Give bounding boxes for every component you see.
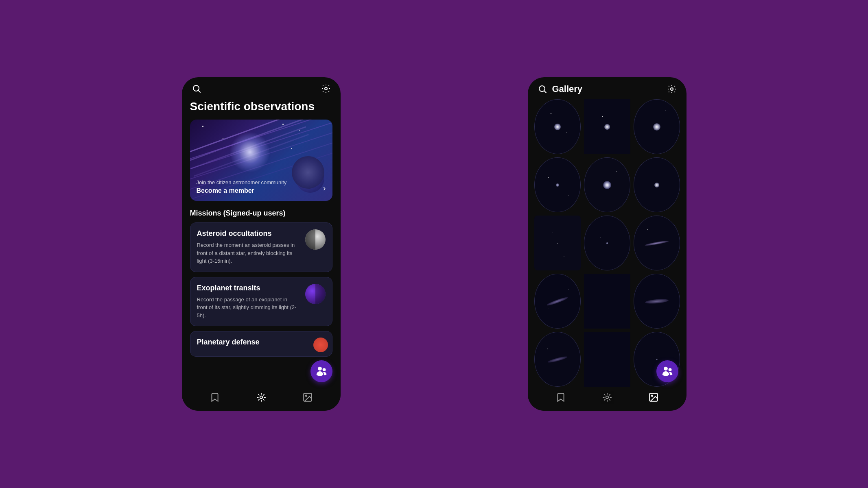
gallery-item-7[interactable] bbox=[534, 216, 581, 270]
nav-science-right[interactable] bbox=[602, 392, 612, 403]
gallery-item-11[interactable] bbox=[584, 274, 630, 329]
left-screen-header bbox=[182, 77, 341, 97]
telescope-fab-right[interactable] bbox=[656, 360, 678, 382]
exoplanet-icon bbox=[305, 284, 326, 304]
gallery-title: Gallery bbox=[552, 84, 583, 94]
svg-line-1 bbox=[198, 91, 200, 93]
gallery-item-12[interactable] bbox=[634, 274, 680, 329]
nav-bookmarks-right[interactable] bbox=[555, 392, 566, 403]
gallery-item-2[interactable] bbox=[584, 99, 630, 154]
asteroid-icon bbox=[305, 229, 326, 250]
gallery-header: Gallery bbox=[528, 77, 687, 99]
telescope-fab-left[interactable] bbox=[310, 360, 332, 382]
left-screen-content: Scientific observations bbox=[182, 97, 341, 387]
gallery-item-6[interactable] bbox=[634, 157, 680, 212]
gallery-item-8[interactable] bbox=[584, 216, 630, 270]
asteroid-occultations-card[interactable]: Asteroid occultations Record the moment … bbox=[190, 222, 332, 272]
asteroid-card-content: Asteroid occultations Record the moment … bbox=[197, 229, 305, 265]
right-phone-screen: Gallery bbox=[528, 77, 687, 411]
left-phone-screen: Scientific observations bbox=[182, 77, 341, 411]
nav-gallery-left[interactable] bbox=[302, 392, 313, 403]
gallery-item-9[interactable] bbox=[634, 216, 680, 270]
exoplanet-title: Exoplanet transits bbox=[197, 284, 299, 292]
planetary-defense-title: Planetary defense bbox=[197, 338, 326, 346]
search-icon[interactable] bbox=[192, 84, 201, 94]
gallery-item-5[interactable] bbox=[584, 157, 630, 212]
svg-point-11 bbox=[651, 395, 652, 396]
settings-icon-right[interactable] bbox=[667, 84, 677, 94]
exoplanet-card-content: Exoplanet transits Record the passage of… bbox=[197, 284, 305, 320]
svg-point-8 bbox=[671, 88, 673, 90]
hero-subtitle: Join the citizen astronomer community bbox=[197, 179, 312, 185]
gallery-item-10[interactable] bbox=[534, 274, 581, 329]
exoplanet-transits-card[interactable]: Exoplanet transits Record the passage of… bbox=[190, 277, 332, 327]
hero-cta: Become a member bbox=[197, 187, 312, 194]
gallery-item-3[interactable] bbox=[634, 99, 680, 154]
svg-point-2 bbox=[325, 87, 327, 90]
nav-science-left[interactable] bbox=[256, 392, 267, 403]
hero-text: Join the citizen astronomer community Be… bbox=[197, 179, 312, 194]
gallery-item-4[interactable] bbox=[534, 157, 581, 212]
missions-section-title: Missions (Signed-up users) bbox=[190, 209, 332, 218]
search-icon-right[interactable] bbox=[538, 84, 547, 94]
page-title: Scientific observations bbox=[190, 100, 332, 113]
planetary-defense-card[interactable]: Planetary defense bbox=[190, 331, 332, 357]
exoplanet-desc: Record the passage of an exoplanet in fr… bbox=[197, 296, 299, 320]
right-bottom-nav bbox=[528, 387, 687, 411]
settings-icon[interactable] bbox=[321, 84, 331, 94]
left-bottom-nav bbox=[182, 387, 341, 411]
svg-point-3 bbox=[260, 396, 262, 399]
svg-point-5 bbox=[305, 395, 306, 396]
hero-banner[interactable]: Join the citizen astronomer community Be… bbox=[190, 120, 332, 201]
gallery-grid bbox=[528, 99, 687, 387]
nav-bookmarks-left[interactable] bbox=[210, 392, 220, 403]
asteroid-desc: Record the moment an asteroid passes in … bbox=[197, 241, 299, 265]
gallery-item-13[interactable] bbox=[534, 332, 581, 387]
gallery-item-14[interactable] bbox=[584, 332, 630, 387]
gallery-item-1[interactable] bbox=[534, 99, 581, 154]
nav-gallery-right[interactable] bbox=[648, 392, 659, 403]
asteroid-title: Asteroid occultations bbox=[197, 229, 299, 238]
hero-arrow[interactable]: › bbox=[323, 183, 326, 193]
svg-line-7 bbox=[544, 91, 546, 93]
svg-point-9 bbox=[606, 396, 608, 399]
